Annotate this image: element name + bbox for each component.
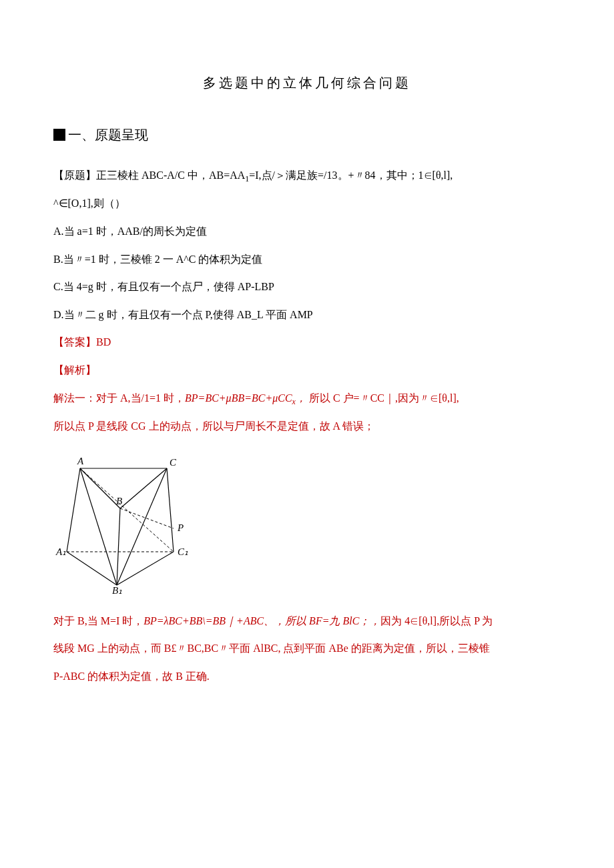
sol-b-l1a: 对于 B,当 M=I 时， <box>53 615 143 626</box>
answer-label: 【答案】 <box>53 336 96 348</box>
answer-value: BD <box>96 336 111 348</box>
square-bullet-icon <box>53 129 65 141</box>
solution-b-line3: P-ABC 的体积为定值，故 B 正确. <box>53 663 561 691</box>
svg-line-6 <box>80 468 117 585</box>
svg-line-4 <box>120 468 167 508</box>
option-c: C.当 4=g 时，有且仅有一个点尸，使得 AP-LBP <box>53 273 561 301</box>
option-b: B.当〃=1 时，三棱锥 2 一 A^C 的体积为定值 <box>53 246 561 274</box>
prism-diagram: A C B P A₁ C₁ B₁ <box>53 448 561 595</box>
label-A1: A₁ <box>55 546 66 557</box>
svg-line-11 <box>80 468 174 552</box>
svg-line-2 <box>167 468 174 552</box>
sol-b-l1c: 因为 4∈[θ,l],所以点 P 为 <box>380 615 493 626</box>
problem-line-1b: =I,点/＞满足族=/13。+〃84，其中；1∈[θ,l], <box>249 169 452 181</box>
section-heading: 一、原题呈现 <box>53 119 561 151</box>
section-label: 一、原题呈现 <box>68 127 148 142</box>
label-C: C <box>170 457 177 468</box>
svg-line-7 <box>117 468 167 585</box>
option-a: A.当 a=1 时，AAB/的周长为定值 <box>53 218 561 246</box>
sol-a-l1b: BP=BC+μBB=BC+μCC <box>185 392 292 404</box>
problem-line-1a: 【原题】正三棱柱 ABC-A/C 中，AB=AA <box>53 169 245 181</box>
page-title: 多选题中的立体几何综合问题 <box>53 67 561 99</box>
solution-a-line2: 所以点 P 是线段 CG 上的动点，所以与尸周长不是定值，故 A 错误； <box>53 412 561 440</box>
label-A: A <box>77 456 84 466</box>
label-B1: B₁ <box>112 585 122 595</box>
svg-line-1 <box>67 468 80 552</box>
option-d: D.当〃二 g 时，有且仅有一个点 P,使得 AB_L 平面 AMP <box>53 301 561 329</box>
sol-a-l1d: 所以 C 户=〃CC｜,因为〃∈[θ,l], <box>306 392 459 404</box>
solution-b-line2: 线段 MG 上的动点，而 B£〃BC,BC〃平面 AlBC, 点到平面 ABe … <box>53 634 561 663</box>
answer-line: 【答案】BD <box>53 328 561 356</box>
label-P: P <box>177 522 184 533</box>
solution-a-line1: 解法一：对于 A,当/1=1 时，BP=BC+μBB=BC+μCCx， 所以 C… <box>53 384 561 412</box>
solution-b-line1: 对于 B,当 M=I 时，BP=λBC+BB\=BB｜+ABC、，所以 BF=九… <box>53 607 561 635</box>
svg-line-12 <box>120 508 174 528</box>
sol-a-l1a: 解法一：对于 A,当/1=1 时， <box>53 392 185 404</box>
problem-line-2: ^∈[O,1],则（） <box>53 189 561 218</box>
label-B: B <box>116 496 122 506</box>
sol-b-l1b: BP=λBC+BB\=BB｜+ABC、，所以 BF=九 BlC；， <box>143 615 380 626</box>
label-C1: C₁ <box>178 546 188 557</box>
sol-a-l2: 所以点 P 是线段 CG 上的动点，所以与尸周长不是定值，故 A 错误； <box>53 420 374 432</box>
svg-line-9 <box>117 552 174 585</box>
svg-line-5 <box>117 508 120 585</box>
problem-line-1: 【原题】正三棱柱 ABC-A/C 中，AB=AA1=I,点/＞满足族=/13。+… <box>53 161 561 189</box>
analysis-label: 【解析】 <box>53 356 561 384</box>
sol-a-l1c: ， <box>296 392 306 404</box>
prism-svg-icon: A C B P A₁ C₁ B₁ <box>53 448 200 595</box>
svg-line-8 <box>67 552 117 585</box>
